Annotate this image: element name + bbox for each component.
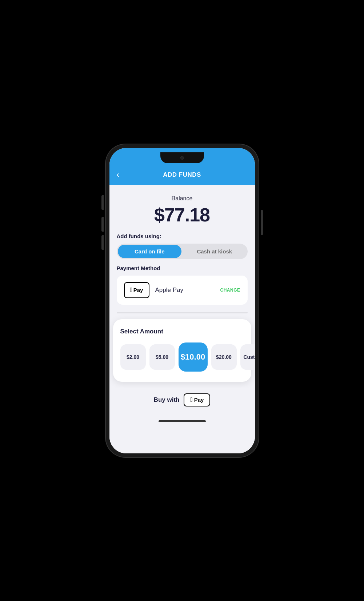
apple-pay-btn-pay-text: Pay	[194, 397, 204, 403]
apple-pay-logo:  Pay	[124, 282, 149, 298]
balance-amount: $77.18	[154, 204, 210, 226]
balance-section: Balance $77.18	[109, 185, 255, 233]
buy-with-label: Buy with	[154, 396, 180, 404]
select-amount-label: Select Amount	[120, 328, 244, 335]
amount-grid: $2.00 $5.00 $10.00 $20.00 Custom	[120, 342, 244, 372]
payment-type-toggle: Card on file Cash at kiosk	[117, 244, 248, 259]
amount-button-20[interactable]: $20.00	[211, 344, 237, 370]
add-funds-label: Add funds using:	[117, 233, 248, 239]
payment-card:  Pay Apple Pay CHANGE	[117, 276, 248, 305]
change-payment-button[interactable]: CHANGE	[220, 288, 240, 293]
camera-notch	[180, 156, 184, 160]
amount-button-custom[interactable]: Custom	[240, 344, 255, 370]
page-title: ADD FUNDS	[163, 171, 201, 179]
card-on-file-button[interactable]: Card on file	[118, 245, 182, 258]
app-header: ‹ ADD FUNDS	[109, 166, 255, 185]
amount-button-10[interactable]: $10.00	[179, 342, 208, 372]
pay-text: Pay	[133, 287, 143, 293]
back-button[interactable]: ‹	[117, 170, 119, 180]
apple-pay-button[interactable]:  Pay	[184, 393, 210, 406]
cash-at-kiosk-button[interactable]: Cash at kiosk	[183, 245, 247, 258]
payment-section: Payment Method  Pay Apple Pay CHANGE	[109, 265, 255, 310]
main-content: Balance $77.18 Add funds using: Card on …	[109, 185, 255, 453]
select-amount-card: Select Amount $2.00 $5.00 $10.00 $20.00 …	[113, 319, 251, 382]
balance-label: Balance	[172, 195, 193, 202]
payment-method-name: Apple Pay	[155, 287, 215, 294]
divider	[117, 312, 248, 313]
bottom-section: Buy with  Pay	[109, 388, 255, 417]
amount-button-2[interactable]: $2.00	[120, 344, 146, 370]
buy-with-row: Buy with  Pay	[154, 393, 211, 406]
add-funds-section: Add funds using: Card on file Cash at ki…	[109, 233, 255, 265]
payment-method-label: Payment Method	[117, 265, 248, 271]
apple-icon: 	[130, 287, 132, 294]
home-indicator	[159, 420, 206, 422]
apple-pay-btn-apple-icon: 	[190, 396, 192, 404]
amount-button-5[interactable]: $5.00	[149, 344, 175, 370]
